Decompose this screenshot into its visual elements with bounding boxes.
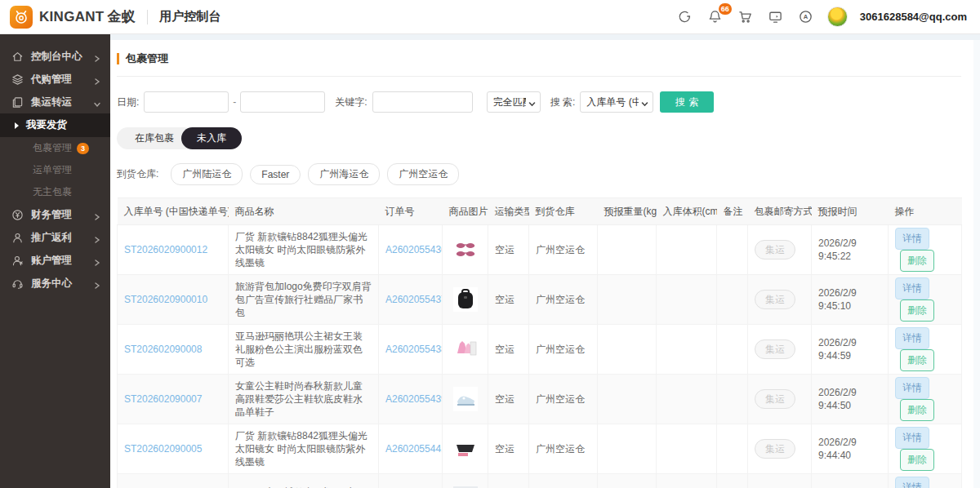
search-type-select[interactable]: 入库单号 (中国快递单号) bbox=[580, 91, 653, 113]
package-table: 入库单号 (中国快递单号)商品名称订单号商品图片运输类型到货仓库预报重量(kg)… bbox=[117, 197, 962, 488]
detail-button[interactable]: 详情 bbox=[895, 228, 929, 250]
scrollbar-track[interactable] bbox=[973, 40, 980, 488]
delete-button[interactable]: 删除 bbox=[900, 250, 934, 272]
sidebar-item-waybill-management[interactable]: 运单管理 bbox=[0, 159, 110, 181]
detail-button[interactable]: 详情 bbox=[895, 427, 929, 449]
order-number-link[interactable]: A2602055438 bbox=[385, 344, 443, 355]
service-icon bbox=[11, 277, 24, 290]
remark bbox=[717, 375, 748, 424]
shipping-method-cell: 集运 bbox=[748, 325, 812, 375]
inbound-number-link[interactable]: ST2026020900010 bbox=[124, 294, 207, 305]
shipping-method-cell: 集运 bbox=[748, 225, 812, 275]
inbound-number-cell: ST202602090008 bbox=[118, 325, 229, 375]
delete-button[interactable]: 删除 bbox=[900, 399, 934, 421]
forecast-time: 2026/2/9 9:44:24 bbox=[812, 474, 889, 488]
arrival-warehouse: 广州空运仓 bbox=[529, 225, 598, 275]
home-icon bbox=[11, 51, 24, 63]
brand-logo-icon bbox=[10, 6, 33, 29]
forecast-weight bbox=[598, 275, 657, 325]
search-button[interactable]: 搜索 bbox=[660, 91, 714, 113]
row-actions: 详情删除 bbox=[889, 375, 962, 424]
order-number-cell: A2602055437 bbox=[379, 275, 443, 325]
shipping-method-tag: 集运 bbox=[755, 290, 795, 309]
table-row: ST2026020900012厂货 新款镶钻8842狐狸头偏光太阳镜女 时尚太阳… bbox=[118, 225, 962, 275]
order-number-link[interactable]: A2602055437 bbox=[385, 294, 443, 305]
warehouse-chip-sea[interactable]: 广州海运仓 bbox=[308, 163, 380, 185]
forecast-time: 2026/2/9 9:44:59 bbox=[812, 325, 889, 375]
table-row: ST202602090008亚马逊玛丽艳琪公主裙女王装礼服粉色公主演出服粉蓝双色… bbox=[118, 325, 962, 375]
sidebar-item-consolidation[interactable]: 集运转运 bbox=[0, 91, 110, 113]
order-number-link[interactable]: A2602055436 bbox=[385, 244, 443, 255]
chevron-right-icon bbox=[94, 53, 100, 60]
workbench-icon[interactable]: A bbox=[797, 8, 815, 26]
remark bbox=[717, 275, 748, 325]
sidebar-item-console-center[interactable]: 控制台中心 bbox=[0, 45, 110, 68]
keyword-input[interactable] bbox=[372, 91, 473, 113]
date-from-input[interactable] bbox=[144, 91, 229, 113]
warehouse-chip-faster[interactable]: Faster bbox=[250, 165, 301, 184]
delete-button[interactable]: 删除 bbox=[900, 449, 934, 471]
table-row: ST202602090005厂货 新款镶钻8842狐狸头偏光太阳镜女 时尚太阳眼… bbox=[118, 424, 962, 474]
user-avatar[interactable] bbox=[827, 7, 848, 27]
top-bar: KINGANT金蚁 用户控制台 66 bbox=[0, 0, 980, 34]
remark bbox=[717, 474, 748, 488]
product-image-cell bbox=[443, 424, 488, 474]
divider bbox=[147, 10, 148, 24]
table-body: ST2026020900012厂货 新款镶钻8842狐狸头偏光太阳镜女 时尚太阳… bbox=[118, 225, 962, 488]
date-to-input[interactable] bbox=[240, 91, 325, 113]
cart-icon[interactable] bbox=[737, 8, 755, 26]
inbound-volume bbox=[657, 225, 717, 275]
detail-button[interactable]: 详情 bbox=[895, 377, 929, 399]
column-header: 操作 bbox=[889, 198, 962, 225]
sidebar-item-purchasing[interactable]: 代购管理 bbox=[0, 68, 110, 91]
inbound-number-cell: ST2026020900010 bbox=[118, 275, 229, 325]
order-number-cell: A2602055441 bbox=[379, 424, 443, 474]
inbound-volume bbox=[657, 474, 717, 488]
notification-badge: 66 bbox=[719, 3, 732, 15]
product-image-cell bbox=[443, 275, 488, 325]
chevron-right-icon bbox=[94, 257, 100, 264]
order-number-link[interactable]: A2602055439 bbox=[385, 393, 443, 405]
delete-button[interactable]: 删除 bbox=[900, 349, 934, 371]
inbound-number-link[interactable]: ST202602090008 bbox=[124, 344, 202, 355]
column-header: 预报重量(kg) bbox=[598, 198, 657, 225]
transport-type: 空运 bbox=[488, 424, 529, 474]
product-image-cell bbox=[443, 474, 488, 488]
warehouse-chip-land[interactable]: 广州陆运仓 bbox=[171, 163, 243, 185]
match-mode-select[interactable]: 完全匹配 bbox=[487, 91, 541, 113]
user-email: 3061628584@qq.com bbox=[860, 11, 967, 23]
top-bar-actions: 66 A bbox=[676, 7, 967, 27]
sidebar-item-unclaimed-packages[interactable]: 无主包裹 bbox=[0, 181, 110, 203]
sidebar-nav: 控制台中心 代购管理 集运转运 我要发货 bbox=[0, 34, 110, 488]
sidebar-item-service-center[interactable]: 服务中心 bbox=[0, 272, 110, 295]
detail-button[interactable]: 详情 bbox=[895, 277, 929, 299]
table-row: ST202602090007女童公主鞋时尚春秋新款儿童高跟鞋爱莎公主鞋软底皮鞋水… bbox=[118, 375, 962, 424]
detail-button[interactable]: 详情 bbox=[895, 327, 929, 349]
sidebar-item-finance[interactable]: 财务管理 bbox=[0, 203, 110, 226]
product-name: ABS医疗器械外壳吸塑/医疗器械外壳吸塑/医疗器械机壳 bbox=[229, 474, 379, 488]
column-header: 商品图片 bbox=[443, 198, 488, 225]
detail-button[interactable]: 详情 bbox=[895, 477, 929, 488]
inbound-number-link[interactable]: ST202602090007 bbox=[124, 393, 202, 405]
tab-not-in-warehouse[interactable]: 未入库 bbox=[181, 127, 242, 149]
notifications-bell-icon[interactable]: 66 bbox=[706, 8, 724, 26]
inbound-number-link[interactable]: ST202602090005 bbox=[124, 443, 202, 455]
warehouse-chip-air[interactable]: 广州空运仓 bbox=[387, 163, 459, 185]
sidebar-group-i-want-to-ship[interactable]: 我要发货 bbox=[0, 113, 110, 137]
sidebar-item-account[interactable]: 账户管理 bbox=[0, 249, 110, 272]
order-number-cell: A2602055436 bbox=[379, 225, 443, 275]
main-content: 包裹管理 日期: - 关键字: 完全匹配 搜 索: 入库单号 (中国快递单号) bbox=[110, 40, 973, 488]
row-actions: 详情删除 bbox=[889, 424, 962, 474]
transport-type: 空运 bbox=[488, 325, 529, 375]
order-number-link[interactable]: A2602055441 bbox=[385, 443, 443, 455]
product-image bbox=[453, 287, 478, 312]
support-icon[interactable] bbox=[676, 8, 694, 26]
table-row: ST202602090004ABS医疗器械外壳吸塑/医疗器械外壳吸塑/医疗器械机… bbox=[118, 474, 962, 488]
sidebar-item-package-management[interactable]: 包裹管理 3 bbox=[0, 137, 110, 159]
column-header: 包裹邮寄方式 bbox=[748, 198, 812, 225]
sidebar-item-referral-rebate[interactable]: 推广返利 bbox=[0, 226, 110, 249]
column-header: 预报时间 bbox=[812, 198, 889, 225]
delete-button[interactable]: 删除 bbox=[900, 299, 934, 322]
monitor-icon[interactable] bbox=[767, 8, 785, 26]
inbound-number-link[interactable]: ST2026020900012 bbox=[124, 244, 207, 255]
